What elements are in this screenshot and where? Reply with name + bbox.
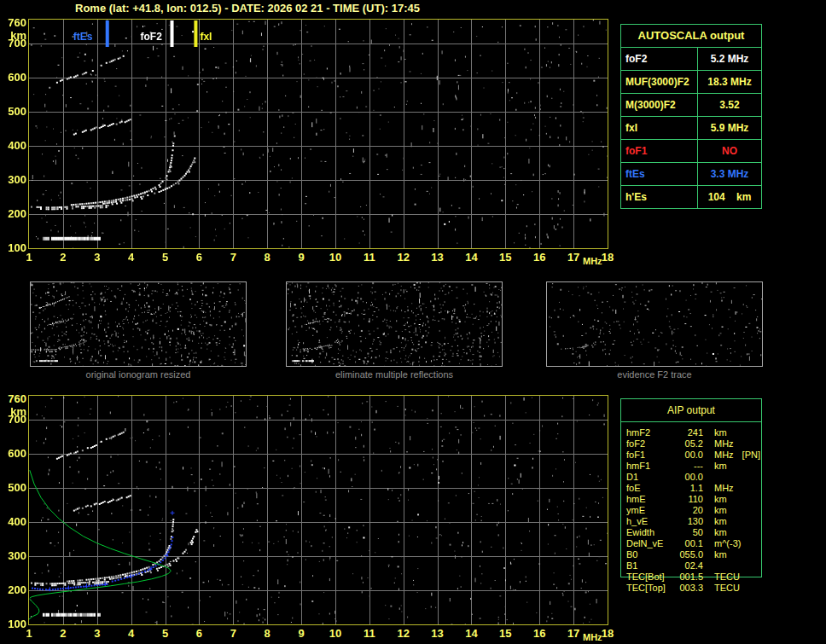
aip-param-value: 20 (674, 505, 703, 516)
autoscala-row-foF1: foF1NO (621, 140, 761, 163)
aip-param-unit: km (714, 549, 727, 560)
aip-row-hmF1: hmF1---km (626, 461, 823, 472)
autoscala-param-value: 18.3 MHz (698, 71, 761, 93)
x-axis-tick-14: 14 (461, 627, 481, 640)
thumbnail-f2-trace (546, 281, 763, 367)
aip-param-label: hmE (626, 494, 674, 505)
aip-param-unit: MHz (714, 483, 734, 494)
aip-param-label: B1 (626, 560, 674, 571)
aip-ionogram-plot (28, 395, 608, 625)
aip-param-flag: [PN] (742, 450, 760, 461)
y-axis-tick-200: 200 (0, 583, 26, 596)
aip-row-B0: B0055.0km (626, 549, 823, 560)
x-axis-tick-3: 3 (87, 251, 108, 264)
aip-row-hmE: hmE110km (626, 494, 823, 505)
aip-row-foE: foE1.1MHz (626, 483, 823, 494)
x-axis-tick-10: 10 (325, 251, 346, 264)
thumbnail-original-canvas (31, 282, 246, 366)
aip-param-value: 50 (674, 527, 703, 538)
autoscala-window: Rome (lat: +41.8, lon: 012.5) - DATE: 20… (0, 0, 826, 644)
x-axis-tick-8: 8 (257, 627, 277, 640)
aip-row-ymE: ymE20km (626, 505, 823, 516)
y-axis-tick-400: 400 (0, 515, 26, 528)
aip-param-value: 05.2 (674, 438, 703, 450)
y-axis-tick-700: 700 (0, 37, 26, 49)
aip-output-table: AIP output hmF2241kmfoF205.2MHzfoF100.0M… (620, 398, 762, 577)
aip-row-TEC[Top]: TEC[Top]003.3TECU (626, 583, 823, 594)
y-axis-tick-500: 500 (0, 105, 26, 118)
x-axis-unit: MHz (583, 632, 602, 642)
aip-table-title: AIP output (621, 399, 761, 422)
aip-row-Ewidth: Ewidth50km (626, 527, 823, 538)
autoscala-param-value: 104 km (698, 186, 761, 208)
autoscala-param-label: M(3000)F2 (621, 94, 698, 116)
thumbnail-multiple-reflections-canvas (287, 282, 502, 366)
x-axis-tick-5: 5 (155, 627, 176, 640)
y-axis-tick-760: 760 (0, 16, 26, 29)
x-axis-tick-6: 6 (189, 627, 209, 640)
aip-param-label: foF2 (626, 438, 674, 450)
aip-param-label: TEC[Bot] (626, 571, 674, 583)
aip-param-unit: TECU (714, 583, 740, 594)
aip-param-label: TEC[Top] (626, 583, 674, 594)
aip-param-value: 00.1 (674, 538, 703, 549)
aip-param-value: 1.1 (674, 483, 703, 494)
x-axis-tick-12: 12 (393, 627, 414, 640)
y-axis-tick-500: 500 (0, 481, 26, 494)
aip-row-foF2: foF205.2MHz (626, 438, 823, 450)
autoscala-row-MUF(3000)F2: MUF(3000)F218.3 MHz (621, 71, 761, 94)
aip-param-unit: m^(-3) (714, 538, 741, 549)
x-axis-unit: MHz (583, 256, 602, 266)
station-title: Rome (lat: +41.8, lon: 012.5) - DATE: 20… (75, 2, 420, 15)
x-axis-tick-7: 7 (223, 251, 243, 264)
autoscala-table-rows: foF25.2 MHzMUF(3000)F218.3 MHzM(3000)F23… (621, 48, 761, 208)
x-axis-tick-16: 16 (529, 251, 550, 264)
aip-param-unit: km (714, 527, 727, 538)
autoscala-output-table: AUTOSCALA output foF25.2 MHzMUF(3000)F21… (620, 24, 762, 209)
aip-param-label: hmF1 (626, 461, 674, 472)
aip-param-unit: km (714, 461, 727, 472)
x-axis-tick-16: 16 (529, 627, 550, 640)
x-axis-tick-11: 11 (359, 627, 380, 640)
x-axis-tick-14: 14 (461, 251, 481, 264)
autoscala-table-title: AUTOSCALA output (621, 25, 761, 48)
autoscala-param-value: 3.3 MHz (698, 163, 761, 185)
x-axis-tick-17: 17 (563, 251, 584, 264)
x-axis-tick-17: 17 (563, 627, 584, 640)
x-axis-tick-1: 1 (19, 627, 39, 640)
autoscala-row-h'Es: h'Es104 km (621, 186, 761, 208)
x-axis-tick-9: 9 (291, 627, 311, 640)
aip-param-label: Ewidth (626, 527, 674, 538)
fxI-marker-label: fxI (200, 31, 212, 43)
main-ionogram-plot: ftEs foF2 fxI (28, 19, 608, 249)
autoscala-param-label: foF2 (621, 48, 698, 70)
aip-param-unit: MHz (714, 438, 734, 450)
x-axis-tick-13: 13 (428, 251, 448, 264)
aip-row-TEC[Bot]: TEC[Bot]001.5TECU (626, 571, 823, 583)
x-axis-tick-11: 11 (359, 251, 380, 264)
thumbnail-caption-f2: evidence F2 trace (546, 369, 763, 380)
y-axis-tick-300: 300 (0, 173, 26, 186)
aip-param-label: DelN_vE (626, 538, 674, 549)
thumbnail-multiple-reflections (286, 281, 503, 367)
aip-param-value: --- (674, 461, 703, 472)
aip-param-value: 241 (674, 427, 703, 438)
aip-param-value: 130 (674, 516, 703, 527)
x-axis-tick-6: 6 (189, 251, 209, 264)
x-axis-tick-4: 4 (121, 627, 142, 640)
x-axis-tick-4: 4 (121, 251, 142, 264)
aip-param-label: foE (626, 483, 674, 494)
aip-param-value: 00.0 (674, 472, 703, 483)
aip-row-foF1: foF100.0MHz[PN] (626, 450, 823, 461)
y-axis-tick-760: 760 (0, 392, 26, 405)
autoscala-param-label: MUF(3000)F2 (621, 71, 698, 93)
y-axis-tick-600: 600 (0, 447, 26, 460)
x-axis-tick-3: 3 (87, 627, 108, 640)
x-axis-tick-9: 9 (291, 251, 311, 264)
aip-param-value: 02.4 (674, 560, 703, 571)
x-axis-tick-13: 13 (428, 627, 448, 640)
autoscala-param-value: NO (698, 140, 761, 162)
x-axis-tick-7: 7 (223, 627, 243, 640)
aip-param-unit: km (714, 494, 727, 505)
aip-param-value: 110 (674, 494, 703, 505)
